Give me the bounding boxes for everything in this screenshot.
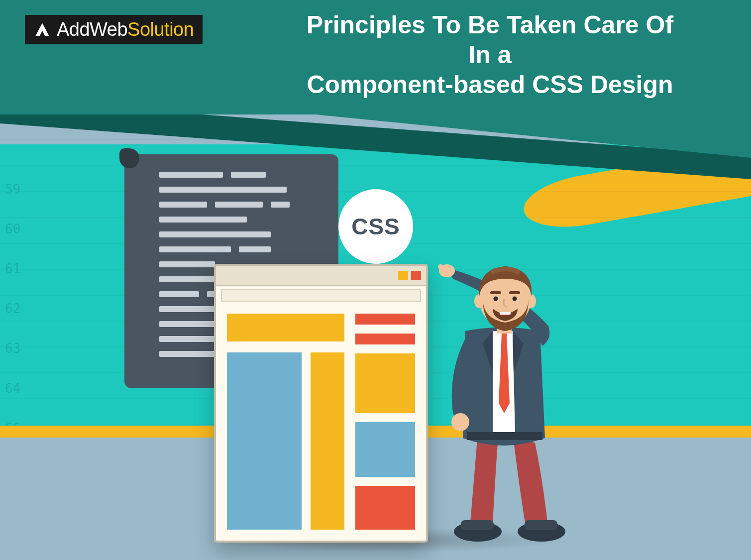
css-badge-label: CSS [351,213,400,240]
headline-line-2: In a [249,40,731,70]
svg-point-13 [494,297,498,301]
layout-hero-block [227,314,344,341]
svg-rect-15 [500,312,511,315]
banner-graphic: 59 60 61 62 63 64 65 AddWebSolution Prin… [0,0,751,560]
window-minimize-icon [398,271,408,280]
svg-point-9 [474,294,484,308]
svg-rect-16 [467,432,542,440]
svg-point-10 [526,294,536,308]
svg-rect-11 [490,291,501,294]
browser-titlebar [216,266,426,286]
page-title: Principles To Be Taken Care Of In a Comp… [249,10,731,100]
code-line-numbers: 59 60 61 62 63 64 65 [5,169,20,448]
layout-sidebar [355,314,415,530]
css-badge: CSS [338,189,413,264]
svg-rect-12 [509,291,520,294]
browser-address-bar [221,289,421,302]
brand-logo: AddWebSolution [25,15,203,44]
svg-rect-2 [461,520,494,530]
presenter-illustration [418,244,587,553]
svg-point-4 [451,413,469,431]
layout-main [227,352,344,530]
brand-mark-icon [34,21,51,38]
svg-point-14 [513,297,517,301]
headline-line-3: Component-based CSS Design [249,70,731,100]
svg-rect-3 [525,520,557,530]
brand-wordmark: AddWebSolution [57,19,194,40]
browser-mockup [214,264,428,543]
headline-line-1: Principles To Be Taken Care Of [249,10,731,40]
